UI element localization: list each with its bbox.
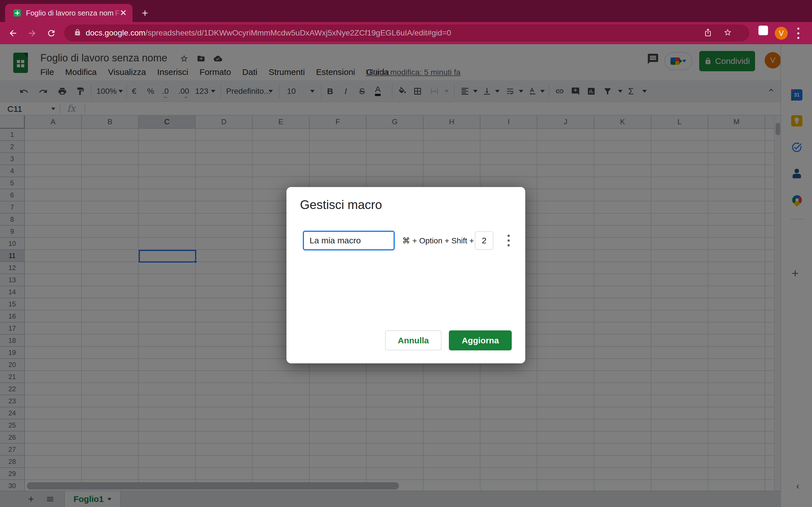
lock-icon[interactable] <box>74 29 81 37</box>
shortcut-key-input[interactable]: 2 <box>475 231 493 250</box>
url-text: docs.google.com/spreadsheets/d/1DKWwOcyr… <box>86 29 451 38</box>
sheets-favicon-icon <box>13 9 21 17</box>
tab-close-icon[interactable]: ✕ <box>120 9 127 17</box>
tab-title-faded: F <box>115 9 119 17</box>
back-icon[interactable] <box>7 27 19 40</box>
forward-icon[interactable] <box>26 27 38 40</box>
browser-chrome: Foglio di lavoro senza nome – F ✕ + docs… <box>0 0 812 44</box>
dialog-title: Gestisci macro <box>300 198 382 212</box>
browser-tab[interactable]: Foglio di lavoro senza nome – F ✕ <box>5 4 133 22</box>
manage-macros-dialog: Gestisci macro ⌘ + Option + Shift + 2 An… <box>287 187 525 363</box>
cancel-button[interactable]: Annulla <box>385 330 442 350</box>
browser-toolbar: docs.google.com/spreadsheets/d/1DKWwOcyr… <box>0 22 812 44</box>
new-tab-button[interactable]: + <box>139 7 151 18</box>
browser-menu-kebab-icon[interactable] <box>797 27 800 39</box>
tab-title: Foglio di lavoro senza nome – <box>26 9 113 17</box>
bookmark-star-icon[interactable] <box>723 28 733 38</box>
macro-options-kebab-icon[interactable] <box>503 233 514 248</box>
browser-profile-avatar[interactable]: V <box>775 27 788 40</box>
update-button[interactable]: Aggiorna <box>449 330 512 350</box>
side-panel-icon[interactable] <box>758 25 768 35</box>
address-bar[interactable]: docs.google.com/spreadsheets/d/1DKWwOcyr… <box>64 24 749 41</box>
share-page-icon[interactable] <box>704 28 713 38</box>
shortcut-prefix-label: ⌘ + Option + Shift + <box>399 231 477 250</box>
reload-icon[interactable] <box>45 27 57 40</box>
macro-name-input[interactable] <box>303 231 395 250</box>
